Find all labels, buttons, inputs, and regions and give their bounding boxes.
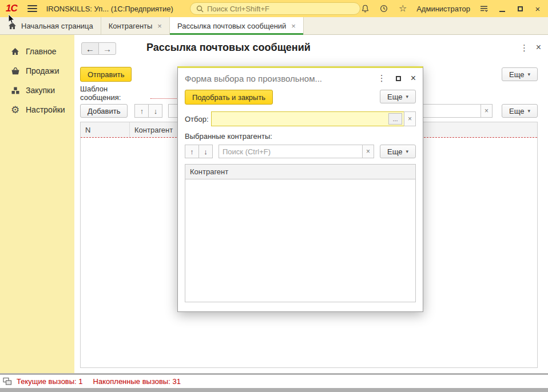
dropdown-caret-icon: ▾: [406, 149, 408, 154]
selected-contractors-label: Выбранные контрагенты:: [185, 132, 416, 141]
user-name[interactable]: Администратор: [416, 5, 470, 13]
home-icon: [10, 47, 20, 57]
status-strip: Текущие вызовы: 1 Накопленные вызовы: 31: [0, 375, 548, 388]
filter-input[interactable]: ...: [211, 111, 404, 126]
column-header-n[interactable]: N: [81, 122, 130, 137]
sidebar-item-label: Продажи: [26, 66, 59, 75]
filter-label: Отбор:: [185, 115, 211, 123]
service-settings-icon[interactable]: [479, 3, 489, 14]
notifications-bell-icon[interactable]: [360, 3, 370, 14]
back-arrow-icon[interactable]: ←: [81, 42, 99, 55]
minimize-icon[interactable]: [498, 2, 507, 15]
dialog-table-body-empty[interactable]: [185, 179, 415, 302]
sidebar-item-label: Настройки: [26, 105, 65, 114]
nav-history-group: ← →: [81, 42, 116, 55]
history-icon[interactable]: [379, 3, 389, 14]
clear-x-icon[interactable]: ×: [404, 111, 416, 126]
one-c-logo: 1С: [6, 3, 17, 14]
search-icon: [196, 5, 204, 13]
more-button-label: Еще: [509, 107, 524, 115]
selection-dialog: Форма выбора по произвольном... ⋮ × Подо…: [177, 66, 423, 312]
dialog-maximize-icon[interactable]: [396, 76, 401, 81]
add-button-label: Добавить: [88, 107, 120, 115]
sidebar-item-label: Главное: [26, 47, 57, 56]
dialog-search-input[interactable]: [219, 145, 363, 158]
move-up-icon[interactable]: ↑: [134, 104, 149, 118]
forward-arrow-icon[interactable]: →: [98, 42, 116, 55]
sales-basket-icon: [10, 66, 20, 76]
dialog-list-toolbar: ↑ ↓ × Еще ▾: [185, 145, 416, 158]
tab-home-page[interactable]: Начальная страница: [0, 17, 101, 34]
more-button-label: Еще: [387, 147, 402, 156]
sidebar-item-label: Закупки: [26, 86, 55, 95]
dialog-menu-kebab-icon[interactable]: ⋮: [378, 73, 386, 83]
close-icon[interactable]: ×: [533, 2, 542, 15]
maximize-icon[interactable]: [515, 2, 525, 15]
tab-label: Рассылка почтовых сообщений: [177, 22, 286, 30]
calls-indicator-icon: [2, 377, 12, 386]
global-search-input[interactable]: [207, 5, 354, 13]
dialog-close-icon[interactable]: ×: [411, 73, 416, 83]
sidebar-item-prodazhi[interactable]: Продажи: [0, 61, 74, 81]
page-title: Рассылка почтовых сообщений: [146, 42, 311, 54]
form-menu-kebab-icon[interactable]: ⋮: [520, 43, 529, 53]
home-icon: [7, 21, 17, 31]
tab-label: Контрагенты: [109, 22, 153, 30]
dialog-contractor-table: Контрагент: [185, 164, 416, 302]
app-window: 1С IRONSKILLS: Уп... (1С:Предприятие) ☆ …: [0, 0, 548, 392]
dialog-column-header-contractor[interactable]: Контрагент: [185, 165, 415, 179]
add-button[interactable]: Добавить: [80, 104, 128, 118]
form-close-icon[interactable]: ×: [536, 42, 541, 53]
sidebar: Главное Продажи Закупки ⚙ Настройки: [0, 35, 74, 373]
pick-and-close-label: Подобрать и закрыть: [192, 93, 265, 102]
settings-gear-icon: ⚙: [10, 105, 20, 115]
move-down-icon[interactable]: ↓: [148, 104, 162, 118]
move-up-icon[interactable]: ↑: [185, 145, 199, 158]
purchases-boxes-icon: [10, 86, 20, 95]
dialog-more-button-list[interactable]: Еще ▾: [380, 145, 416, 158]
tabbar: Начальная страница Контрагенты × Рассылк…: [0, 17, 548, 35]
pick-and-close-button[interactable]: Подобрать и закрыть: [185, 90, 273, 105]
tab-close-icon[interactable]: ×: [157, 22, 162, 30]
more-button-label: Еще: [509, 70, 524, 79]
tab-rassylka[interactable]: Рассылка почтовых сообщений ×: [170, 17, 304, 34]
more-button-top[interactable]: Еще ▾: [502, 67, 538, 81]
current-calls-text: Текущие вызовы: 1: [17, 377, 83, 386]
choose-ellipsis-button[interactable]: ...: [388, 113, 402, 125]
main-menu-icon[interactable]: [27, 5, 37, 12]
clear-x-icon[interactable]: ×: [362, 145, 374, 158]
template-label: Шаблон сообщения:: [80, 85, 150, 102]
dialog-title: Форма выбора по произвольном...: [185, 74, 378, 83]
dropdown-caret-icon: ▾: [406, 94, 408, 99]
topbar: 1С IRONSKILLS: Уп... (1С:Предприятие) ☆ …: [0, 0, 548, 17]
more-button-list[interactable]: Еще ▾: [502, 104, 538, 118]
dialog-more-button-top[interactable]: Еще ▾: [380, 90, 416, 103]
favorites-star-icon[interactable]: ☆: [398, 3, 408, 14]
clear-x-icon[interactable]: ×: [481, 104, 493, 118]
dialog-titlebar[interactable]: Форма выбора по произвольном... ⋮ ×: [178, 68, 423, 89]
app-title: IRONSKILLS: Уп... (1С:Предприятие): [46, 5, 173, 13]
dropdown-caret-icon: ▾: [527, 108, 530, 114]
sidebar-item-glavnoe[interactable]: Главное: [0, 42, 74, 61]
accumulated-calls-text: Накопленные вызовы: 31: [93, 377, 181, 386]
topbar-actions: ☆ Администратор ×: [360, 0, 542, 17]
sidebar-item-zakupki[interactable]: Закупки: [0, 81, 74, 100]
dialog-body: Подобрать и закрыть Еще ▾ Отбор: ... × В…: [178, 89, 423, 311]
send-button[interactable]: Отправить: [80, 67, 132, 82]
dropdown-caret-icon: ▾: [527, 71, 530, 77]
tab-kontragenty[interactable]: Контрагенты ×: [101, 17, 170, 34]
send-button-label: Отправить: [88, 70, 124, 79]
sidebar-item-nastroyki[interactable]: ⚙ Настройки: [0, 100, 74, 119]
filter-row: Отбор: ... ×: [185, 111, 416, 126]
tab-close-icon[interactable]: ×: [291, 22, 296, 30]
dialog-command-row: Подобрать и закрыть Еще ▾: [185, 90, 416, 105]
global-search[interactable]: [190, 2, 360, 15]
tab-label: Начальная страница: [21, 22, 93, 30]
more-button-label: Еще: [387, 93, 402, 101]
move-down-icon[interactable]: ↓: [198, 145, 213, 158]
statusbar: Текущие вызовы: 1 Накопленные вызовы: 31: [0, 373, 548, 392]
